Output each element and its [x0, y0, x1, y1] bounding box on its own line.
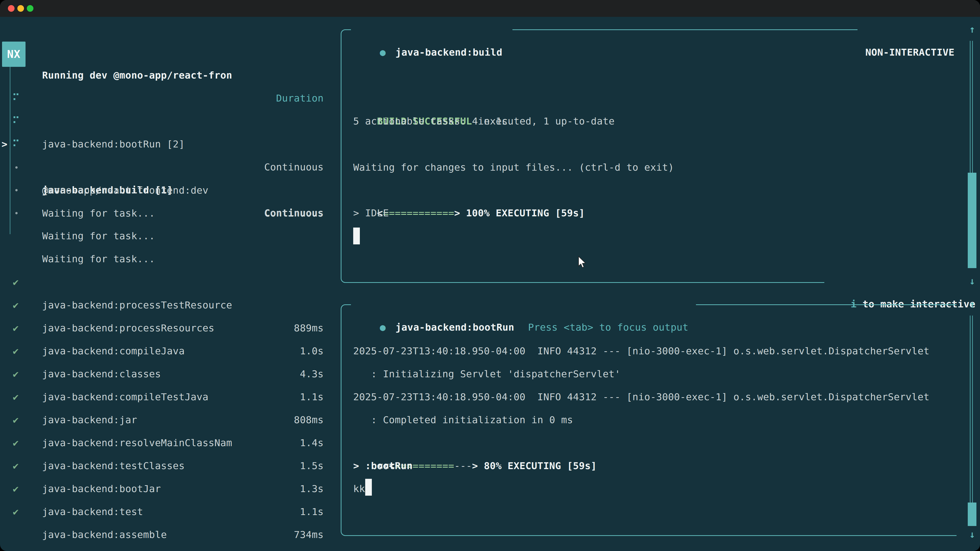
terminal-cursor [353, 227, 360, 245]
maximize-button[interactable] [27, 5, 33, 12]
close-button[interactable] [8, 5, 14, 12]
build-idle-line: > IDLE [353, 202, 980, 224]
build-pane-title: java-backend:build [395, 47, 502, 58]
build-tasks-summary: 5 actionable tasks: 4 executed, 1 up-to-… [353, 110, 980, 133]
spinner-icon [14, 116, 19, 125]
focus-output-hint: Press <tab> to focus output [528, 322, 689, 333]
scrollbar-track[interactable] [970, 41, 973, 173]
task-bullet-icon: ● [380, 47, 386, 58]
pane-mode-row: NON-INTERACTIVE [801, 18, 955, 41]
scrollbar-thumb[interactable] [968, 173, 977, 268]
task-name: java-backend:test [42, 500, 143, 523]
bootrun-pane-header[interactable]: ●java-backend:bootRunPress <tab> to focu… [351, 293, 696, 316]
log-line: : Completed initialization in 0 ms [353, 408, 980, 431]
scroll-up-arrow-icon[interactable]: ↑ [965, 18, 980, 41]
log-line: 2025-07-23T13:40:18.950-04:00 INFO 44312… [353, 386, 980, 408]
check-icon: ✔ [13, 500, 19, 523]
bootrun-progress-line: <<<==========--->80% EXECUTING [59s] [353, 431, 980, 454]
build-success-line: BUILD SUCCESSFUL in 1s [353, 87, 980, 110]
bootrun-pane-title: java-backend:bootRun [395, 322, 514, 333]
mouse-pointer-icon [578, 256, 588, 269]
waiting-dot-icon [15, 212, 18, 214]
mode-badge: NON-INTERACTIVE [865, 47, 955, 58]
log-line: : Initializing Servlet 'dispatcherServle… [353, 362, 980, 386]
spinner-icon [14, 94, 19, 102]
bootrun-prompt-line: > :bootRun [353, 454, 980, 477]
interactive-hint: i to make interactive [827, 270, 980, 292]
scroll-up-arrow-icon[interactable]: ↑ [965, 293, 980, 316]
build-waiting-line: Waiting for changes to input files... (c… [353, 156, 980, 179]
scroll-down-arrow-icon[interactable]: ↓ [965, 270, 980, 292]
scrollbar-track[interactable] [970, 316, 973, 503]
minimize-button[interactable] [18, 5, 24, 12]
terminal-cursor [365, 479, 372, 495]
sidebar-title: Running dev @mono-app/react-fron [42, 64, 232, 87]
task-duration: 774ms [294, 546, 324, 551]
task-bullet-icon: ● [380, 322, 386, 333]
titlebar [0, 0, 980, 17]
waiting-dot-icon [15, 189, 18, 191]
terminal-window: NX Running dev @mono-app/react-fron Dura… [0, 0, 980, 551]
log-line: 2025-07-23T13:40:18.950-04:00 INFO 44312… [353, 340, 980, 362]
waiting-dot-icon [15, 166, 18, 168]
task-name: Waiting for task... [42, 224, 155, 248]
bootrun-input-line[interactable]: kk [353, 477, 980, 500]
build-progress-line: <============>100% EXECUTING [59s] [353, 179, 980, 202]
scrollbar-thumb[interactable] [968, 503, 977, 526]
scroll-down-arrow-icon[interactable]: ↓ [965, 523, 980, 546]
spinner-icon [14, 140, 19, 148]
task-duration: 1.1s [300, 500, 324, 523]
build-pane-header[interactable]: ●java-backend:build [351, 18, 512, 41]
